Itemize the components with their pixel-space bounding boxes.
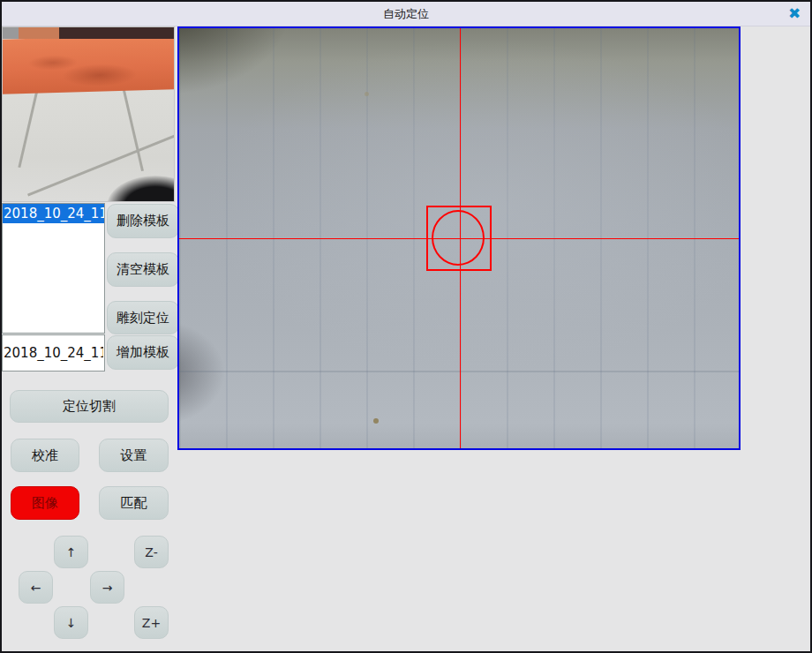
template-list[interactable]: 2018_10_24_11	[2, 203, 105, 334]
jog-up-button[interactable]: ↑	[54, 536, 88, 568]
match-button[interactable]: 匹配	[99, 486, 169, 520]
image-button[interactable]: 图像	[11, 486, 79, 520]
camera-viewport	[177, 26, 741, 450]
jog-down-button[interactable]: ↓	[54, 606, 88, 639]
camera-speck	[365, 92, 369, 96]
settings-button[interactable]: 设置	[99, 439, 169, 472]
jog-z-minus-button[interactable]: Z-	[134, 536, 169, 568]
jog-z-plus-button[interactable]: Z+	[134, 606, 169, 639]
camera-tile-seam	[179, 371, 739, 372]
template-list-item-selected[interactable]: 2018_10_24_11	[3, 204, 104, 223]
thumbnail-top-strip	[3, 27, 174, 39]
window-title: 自动定位	[383, 6, 429, 22]
camera-speck	[373, 418, 379, 424]
delete-template-button[interactable]: 删除模板	[107, 204, 179, 238]
auto-position-dialog: 自动定位 ✖ 2018_10_24_11 删除模板 清空模板 雕刻定位 增加模板…	[0, 0, 812, 653]
match-region-circle	[432, 210, 485, 266]
jog-right-button[interactable]: →	[90, 571, 124, 604]
clear-templates-button[interactable]: 清空模板	[107, 252, 179, 287]
close-icon[interactable]: ✖	[785, 4, 804, 24]
engrave-position-button[interactable]: 雕刻定位	[107, 301, 179, 334]
calibrate-button[interactable]: 校准	[11, 439, 79, 472]
thumbnail-orange-bar	[2, 34, 175, 94]
add-template-button[interactable]: 增加模板	[107, 335, 179, 370]
position-cut-button[interactable]: 定位切割	[10, 390, 169, 423]
template-thumbnail	[2, 26, 175, 202]
jog-left-button[interactable]: ←	[19, 571, 53, 604]
template-name-input[interactable]	[2, 334, 105, 372]
title-bar: 自动定位 ✖	[2, 2, 810, 26]
